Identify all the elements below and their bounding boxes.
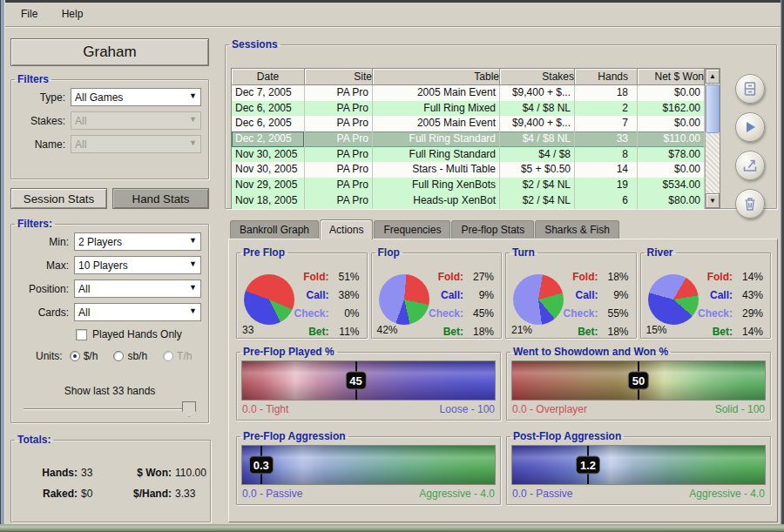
scroll-thumb[interactable] [706, 84, 720, 133]
session-cell[interactable]: Stars - Multi Table [373, 162, 500, 178]
column-header-stakes[interactable]: Stakes [500, 69, 575, 85]
session-cell[interactable]: 14 [575, 162, 638, 178]
menu-help[interactable]: Help [55, 3, 91, 26]
session-cell[interactable]: $5 + $0.50 [500, 162, 575, 178]
tab-actions[interactable]: Actions [320, 219, 373, 239]
session-cell[interactable]: PA Pro [305, 85, 373, 101]
session-cell[interactable]: $4 / $8 NL [500, 101, 575, 117]
session-row[interactable]: Nov 30, 2005PA ProFull Ring Standard$4 /… [232, 147, 705, 163]
tab-preflop-stats[interactable]: Pre-flop Stats [451, 220, 534, 239]
cabinet-button[interactable] [735, 74, 765, 104]
street-box-flop: Flop Fold:27% Call:9% Check:45% Bet:18% … [371, 246, 503, 342]
session-cell[interactable]: $0.00 [638, 85, 705, 101]
session-row[interactable]: Nov 18, 2005PA ProHeads-up XenBot$2 / $4… [232, 193, 705, 209]
export-button[interactable] [735, 151, 765, 180]
play-button[interactable] [735, 112, 765, 142]
session-cell[interactable]: $9,400 + $... [500, 85, 575, 101]
session-cell[interactable]: Full Ring Standard [373, 147, 500, 163]
session-cell[interactable]: PA Pro [305, 131, 373, 147]
column-header-date[interactable]: Date [232, 69, 305, 85]
session-cell[interactable]: Full Ring Standard [373, 131, 500, 147]
tab-sharks-fish[interactable]: Sharks & Fish [535, 220, 619, 239]
session-row[interactable]: Dec 2, 2005PA ProFull Ring Standard$4 / … [232, 131, 705, 147]
session-cell[interactable]: 19 [575, 178, 638, 193]
column-header-net-won[interactable]: Net $ Won [638, 69, 705, 85]
session-row[interactable]: Dec 6, 2005PA Pro2005 Main Event$9,400 +… [232, 116, 705, 131]
tab-frequencies[interactable]: Frequencies [374, 220, 450, 239]
gauge-bar: 50 [511, 360, 766, 401]
session-cell[interactable]: Nov 18, 2005 [232, 193, 305, 209]
session-cell[interactable]: 2 [575, 101, 638, 117]
session-row[interactable]: Dec 7, 2005PA Pro2005 Main Event$9,400 +… [232, 85, 705, 101]
session-cell[interactable]: PA Pro [305, 147, 373, 163]
sessions-table: Date Site Table Stakes Hands Net $ Won D… [231, 68, 720, 209]
session-cell[interactable]: PA Pro [305, 178, 373, 193]
session-cell[interactable]: Nov 30, 2005 [232, 162, 305, 178]
slider-track[interactable] [24, 408, 196, 410]
played-hands-only-checkbox[interactable] [76, 329, 87, 340]
street-title: Pre Flop [240, 246, 287, 259]
trash-button[interactable] [735, 189, 765, 219]
column-header-site[interactable]: Site [305, 69, 373, 85]
hands-slider[interactable] [24, 401, 196, 418]
session-cell[interactable]: $4 / $8 NL [500, 131, 575, 147]
session-cell[interactable]: 2005 Main Event [373, 116, 500, 131]
session-cell[interactable]: $110.00 [638, 131, 705, 147]
column-header-table[interactable]: Table [373, 69, 500, 85]
played-hands-only-label: Played Hands Only [92, 328, 182, 340]
session-cell[interactable]: Nov 29, 2005 [232, 178, 305, 193]
session-cell[interactable]: $0.00 [638, 116, 705, 131]
session-row[interactable]: Dec 6, 2005PA ProFull Ring Mixed$4 / $8 … [232, 101, 705, 117]
type-select[interactable]: All Games ▼ [71, 88, 201, 106]
session-cell[interactable]: Dec 7, 2005 [232, 85, 305, 101]
session-row[interactable]: Nov 30, 2005PA ProStars - Multi Table$5 … [232, 162, 705, 178]
session-cell[interactable]: 2005 Main Event [373, 85, 500, 101]
stakes-label: Stakes: [20, 115, 71, 127]
session-cell[interactable]: 6 [575, 193, 638, 209]
scroll-up-button[interactable]: ▲ [706, 69, 720, 84]
session-row[interactable]: Nov 29, 2005PA ProFull Ring XenBots$2 / … [232, 178, 705, 193]
bet-label: Bet: [443, 326, 463, 338]
session-cell[interactable]: Full Ring XenBots [373, 178, 500, 193]
unit-radio-dollars-per-hand[interactable]: $/h [70, 350, 98, 362]
session-cell[interactable]: $162.00 [638, 101, 705, 117]
menu-file[interactable]: File [14, 3, 44, 26]
session-cell[interactable]: Dec 6, 2005 [232, 101, 305, 117]
session-cell[interactable]: $9,400 + $... [500, 116, 575, 131]
session-cell[interactable]: PA Pro [305, 101, 373, 117]
session-stats-button[interactable]: Session Stats [10, 188, 107, 209]
session-cell[interactable]: Heads-up XenBot [373, 193, 500, 209]
slider-thumb[interactable] [182, 401, 196, 417]
session-cell[interactable]: PA Pro [305, 162, 373, 178]
session-cell[interactable]: Full Ring Mixed [373, 101, 500, 117]
hand-stats-button[interactable]: Hand Stats [112, 188, 209, 209]
window-border-right [781, 0, 784, 532]
session-cell[interactable]: $2 / $4 NL [500, 178, 575, 193]
session-cell[interactable]: Dec 6, 2005 [232, 116, 305, 131]
session-cell[interactable]: PA Pro [305, 193, 373, 209]
scroll-down-button[interactable]: ▼ [706, 193, 720, 208]
session-cell[interactable]: 18 [575, 85, 638, 101]
session-cell[interactable]: $0.00 [638, 162, 705, 178]
player-name-button[interactable]: Graham [10, 38, 209, 66]
position-select[interactable]: All ▼ [74, 279, 201, 298]
session-cell[interactable]: $4 / $8 [500, 147, 575, 163]
min-players-select[interactable]: 2 Players ▼ [74, 232, 201, 251]
session-cell[interactable]: PA Pro [305, 116, 373, 131]
session-cell[interactable]: Nov 30, 2005 [232, 147, 305, 163]
session-cell[interactable]: $78.00 [638, 147, 705, 163]
cards-select[interactable]: All ▼ [74, 303, 201, 321]
session-cell[interactable]: $534.00 [638, 178, 705, 193]
session-cell[interactable]: 8 [575, 147, 638, 163]
totals-title: Totals: [15, 434, 53, 446]
session-cell[interactable]: 33 [575, 131, 638, 147]
unit-radio-sb-per-hand[interactable]: sb/h [113, 350, 147, 362]
column-header-hands[interactable]: Hands [575, 69, 638, 85]
session-cell[interactable]: $80.00 [638, 193, 705, 209]
tab-bankroll-graph[interactable]: Bankroll Graph [230, 220, 319, 239]
session-cell[interactable]: 7 [575, 116, 638, 131]
session-cell[interactable]: $2 / $4 NL [500, 193, 575, 209]
session-cell[interactable]: Dec 2, 2005 [232, 131, 305, 147]
max-players-select[interactable]: 10 Players ▼ [74, 256, 201, 274]
table-scrollbar[interactable]: ▲ ▼ [705, 69, 720, 208]
